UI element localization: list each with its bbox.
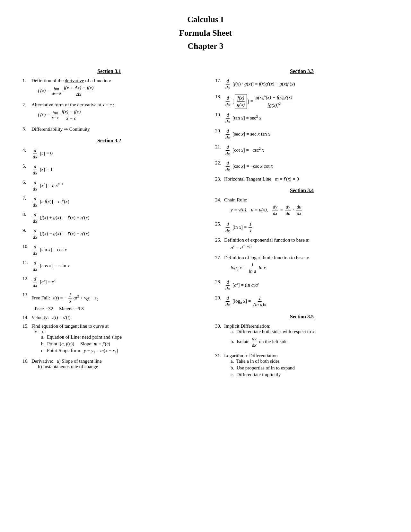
item-8: 8. d dx [f(x) + g(x)] = f′(x) + g′(x) bbox=[22, 212, 196, 225]
item-17: 17. d dx [f(x) · g(x)] = f(x)g′(x) + g(x… bbox=[215, 78, 389, 91]
item-25: 25. d dx [ln x] = 1 x bbox=[215, 221, 389, 234]
item-10: 10. d dx [sin x] = cos x bbox=[22, 244, 196, 257]
item-21: 21. d dx [cot x] = −csc2 x bbox=[215, 144, 389, 157]
item-12: 12. d dx [ex] = ex bbox=[22, 276, 196, 289]
item-20: 20. d dx [sec x] = sec x tan x bbox=[215, 128, 389, 141]
item-14: 14. Velocity: v(t) = s′(t) bbox=[22, 315, 196, 320]
item-22: 22. d dx [csc x] = −csc x cot x bbox=[215, 160, 389, 173]
item-19: 19. d dx [tan x] = sec2 x bbox=[215, 112, 389, 125]
item-29: 29. d dx [loga x] = 1 (ln a)x bbox=[215, 295, 389, 308]
item-11: 11. d dx [cos x] = −sin x bbox=[22, 260, 196, 273]
item-2: 2. Alternative form of the derivative at… bbox=[22, 102, 196, 123]
section-35-title: Section 3.5 bbox=[215, 314, 389, 320]
section-31-title: Section 3.1 bbox=[22, 68, 196, 74]
item-3: 3. Differentiability ⇒ Continuity bbox=[22, 126, 196, 132]
item-7: 7. d dx [c f(x)] = c f′(x) bbox=[22, 196, 196, 208]
item-1: 1. Definition of the derivative of a fun… bbox=[22, 78, 196, 99]
item-30: 30. Implicit Differentiation: a. Differe… bbox=[215, 324, 389, 350]
item-4: 4. d dx [c] = 0 bbox=[22, 147, 196, 160]
item-28: 28. d dx [ax] = (ln a)ax bbox=[215, 279, 389, 292]
right-column: Section 3.3 17. d dx [f(x) · g(x)] = f(x… bbox=[212, 63, 392, 382]
section-33-title: Section 3.3 bbox=[215, 68, 389, 74]
item-24: 24. Chain Rule: y = y(u), u = u(x), dy d… bbox=[215, 197, 389, 218]
item-18: 18. d dx [ f(x) g(x) ] = g(x)f′(x) − f(x… bbox=[215, 94, 389, 109]
item-16: 16. Derivative: a) Slope of tangent line… bbox=[22, 359, 196, 369]
item-9: 9. d dx [f(x) − g(x)] = f′(x) − g′(x) bbox=[22, 228, 196, 241]
section-32-title: Section 3.2 bbox=[22, 138, 196, 144]
page-title: Calculus I Formula Sheet Chapter 3 bbox=[19, 13, 392, 53]
left-column: Section 3.1 1. Definition of the derivat… bbox=[19, 63, 199, 382]
item-23: 23. Horizontal Tangent Line: m = f′(x) =… bbox=[215, 176, 389, 182]
item-6: 6. d dx [xn] = n xn−1 bbox=[22, 180, 196, 192]
item-26: 26. Definition of exponential function t… bbox=[215, 237, 389, 252]
item-13: 13. Free Fall: s(t) = − 1 2 gt2 + v0t + … bbox=[22, 292, 196, 312]
item-5: 5. d dx [x] = 1 bbox=[22, 164, 196, 176]
item-15: 15. Find equation of tangent line to cur… bbox=[22, 324, 196, 355]
section-34-title: Section 3.4 bbox=[215, 188, 389, 193]
item-31: 31. Logarithmic Differentiation a. Take … bbox=[215, 353, 389, 379]
item-27: 27. Definition of logarithmic function t… bbox=[215, 255, 389, 276]
